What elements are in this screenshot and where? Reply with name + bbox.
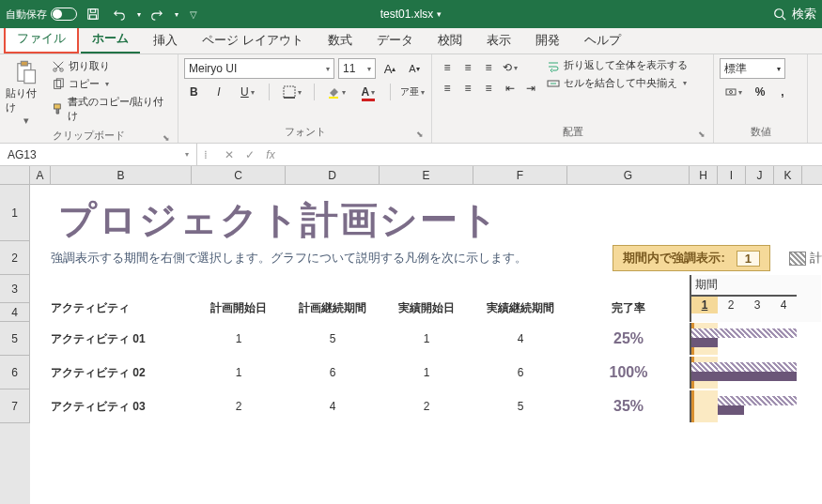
decrease-font-icon[interactable]: A▾ (404, 59, 425, 78)
tab-review[interactable]: 校閲 (427, 26, 473, 53)
align-left-icon[interactable]: ≡ (438, 79, 457, 98)
plan-start: 2 (192, 400, 286, 413)
pct-complete: 35% (567, 398, 690, 415)
title-bar: 自動保存 ▾ ▾ ▽ test01.xlsx ▾ 検索 (0, 0, 822, 28)
tab-developer[interactable]: 開発 (524, 26, 571, 53)
group-font-label: フォント⬊ (184, 123, 426, 141)
col-header[interactable]: A (30, 166, 51, 184)
undo-icon[interactable] (109, 4, 130, 24)
col-act-start: 実績開始日 (380, 300, 473, 316)
tab-pagelayout[interactable]: ページ レイアウト (191, 26, 315, 53)
phonetic-button[interactable]: ア亜▾ (399, 83, 426, 101)
highlight-period-value[interactable]: 1 (737, 251, 760, 267)
act-dur: 4 (473, 332, 567, 345)
align-top-icon[interactable]: ≡ (438, 58, 457, 77)
col-header[interactable]: D (286, 166, 380, 184)
fx-icon[interactable]: fx (261, 148, 280, 161)
row-header[interactable]: 3 (0, 275, 30, 303)
comma-button[interactable]: , (772, 83, 793, 101)
align-right-icon[interactable]: ≡ (479, 79, 498, 98)
row-header[interactable]: 6 (0, 356, 30, 389)
period-num[interactable]: 3 (744, 295, 770, 313)
increase-font-icon[interactable]: A▴ (380, 59, 400, 78)
font-size-combo[interactable]: 11▾ (338, 58, 376, 79)
font-color-button[interactable]: A▾ (355, 83, 381, 101)
col-header[interactable]: C (192, 166, 286, 184)
col-plan-start: 計画開始日 (192, 300, 286, 316)
pct-complete: 100% (567, 364, 690, 381)
highlight-period-box: 期間内で強調表示: 1 (613, 245, 770, 271)
col-header[interactable]: J (746, 166, 774, 184)
cancel-formula-icon[interactable]: ✕ (220, 148, 239, 161)
svg-rect-7 (24, 70, 36, 84)
row-header[interactable]: 1 (0, 185, 30, 241)
fill-color-button[interactable]: ▾ (323, 83, 349, 101)
align-middle-icon[interactable]: ≡ (458, 58, 477, 77)
tab-view[interactable]: 表示 (475, 26, 522, 53)
col-header[interactable]: E (380, 166, 473, 184)
search-box[interactable]: 検索 (773, 6, 816, 23)
col-header[interactable]: K (774, 166, 802, 184)
col-header[interactable]: F (473, 166, 567, 184)
redo-icon[interactable] (147, 4, 167, 24)
currency-button[interactable]: ▾ (720, 83, 748, 101)
tab-formulas[interactable]: 数式 (317, 26, 364, 53)
group-number-label: 数値 (720, 123, 801, 141)
bold-button[interactable]: B (184, 83, 204, 101)
gantt-cell (718, 323, 744, 355)
orientation-button[interactable]: ⟲▾ (500, 58, 520, 77)
borders-button[interactable]: ▾ (278, 83, 304, 101)
svg-rect-1 (90, 9, 95, 13)
copy-button[interactable]: コピー▾ (50, 76, 172, 92)
period-num[interactable]: 2 (718, 295, 744, 313)
underline-button[interactable]: U▾ (234, 83, 260, 101)
font-name-combo[interactable]: Meiryo UI▾ (184, 58, 334, 79)
activity-name: アクティビティ 01 (51, 331, 192, 347)
enter-formula-icon[interactable]: ✓ (240, 148, 259, 161)
worksheet-cells[interactable]: プロジェクト計画シート 強調表示する期間を右側で選択します。グラフについて説明す… (30, 185, 822, 504)
percent-button[interactable]: % (750, 83, 770, 101)
row-header[interactable]: 2 (0, 241, 30, 275)
select-all-corner[interactable] (0, 166, 30, 184)
gantt-cell (770, 323, 797, 355)
number-format-combo[interactable]: 標準▾ (720, 58, 785, 79)
row-header[interactable]: 5 (0, 322, 30, 356)
save-icon[interactable] (83, 4, 103, 24)
svg-rect-15 (284, 86, 295, 98)
merge-center-button[interactable]: セルを結合して中央揃え▾ (547, 76, 688, 90)
align-bottom-icon[interactable]: ≡ (479, 58, 498, 77)
tab-home[interactable]: ホーム (81, 24, 140, 53)
gantt-cell (770, 357, 797, 389)
document-title: test01.xlsx ▾ (380, 8, 442, 21)
format-painter-button[interactable]: 書式のコピー/貼り付け (50, 94, 172, 124)
autosave-toggle[interactable]: 自動保存 (6, 8, 77, 22)
sheet-title: プロジェクト計画シート (51, 185, 500, 241)
period-num[interactable]: 1 (691, 295, 718, 313)
align-center-icon[interactable]: ≡ (458, 79, 477, 98)
tab-insert[interactable]: 挿入 (142, 26, 189, 53)
svg-rect-14 (54, 104, 60, 109)
gantt-cell (718, 357, 744, 389)
increase-indent-icon[interactable]: ⇥ (520, 79, 541, 98)
paste-button[interactable]: 貼り付け ▾ (6, 58, 46, 127)
name-box[interactable]: AG13▾ (0, 144, 197, 165)
tab-help[interactable]: ヘルプ (573, 26, 632, 53)
col-header[interactable]: H (690, 166, 718, 184)
italic-button[interactable]: I (209, 83, 229, 101)
col-header[interactable]: G (567, 166, 690, 184)
row-header[interactable]: 4 (0, 303, 30, 322)
act-start: 1 (380, 332, 473, 345)
gantt-cell (691, 390, 718, 422)
tab-data[interactable]: データ (365, 26, 425, 53)
row-header[interactable]: 7 (0, 389, 30, 423)
col-header[interactable]: B (51, 166, 192, 184)
row-headers: 1234567 (0, 185, 30, 504)
period-num[interactable]: 4 (770, 295, 797, 313)
svg-rect-20 (726, 89, 736, 95)
decrease-indent-icon[interactable]: ⇤ (500, 79, 520, 98)
wrap-text-button[interactable]: 折り返して全体を表示する (547, 58, 688, 72)
cut-button[interactable]: 切り取り (50, 58, 172, 74)
col-header[interactable]: I (718, 166, 746, 184)
ribbon-tabs: ファイル ホーム 挿入 ページ レイアウト 数式 データ 校閲 表示 開発 ヘル… (0, 28, 822, 54)
plan-dur: 5 (286, 332, 380, 345)
